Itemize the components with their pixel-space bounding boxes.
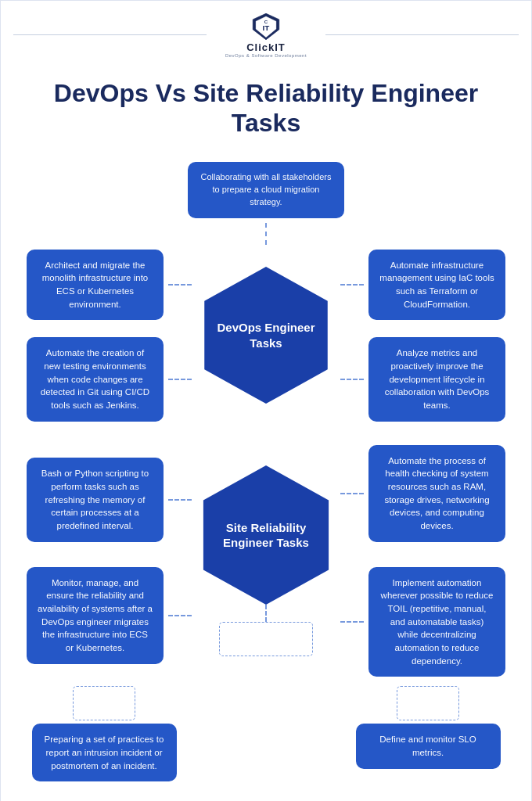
svg-text:C: C [264,19,268,24]
sre-bottom-row: Preparing a set of practices to report a… [16,686,516,786]
sre-left-card-1-row: Bash or Python scripting to perform task… [16,453,192,546]
header: IT C ClickIT DevOps & Software Developme… [1,1,531,64]
devops-left-card-2: Automate the creation of new testing env… [27,337,164,421]
diagram-area: Collaborating with all stakeholders to p… [1,157,531,787]
sre-center-label: Site Reliability Engineer Tasks [212,520,320,551]
sre-right-card-1-row: Automate the process of health checking … [340,440,516,547]
sre-dashed-box [219,622,313,656]
sre-bottom-right-card: Define and monitor SLO metrics. [356,724,501,768]
devops-right-cards: Automate infrastructure management using… [340,245,516,426]
sre-bottom-left-area: Preparing a set of practices to report a… [16,686,192,786]
sre-left-card-2: Monitor, manage, and ensure the reliabil… [27,567,164,664]
sre-hex-row: Bash or Python scripting to perform task… [16,440,516,682]
devops-left-card-1: Architect and migrate the monolith infra… [27,250,164,321]
devops-right-card-2: Analyze metrics and proactively improve … [368,337,505,421]
page-wrapper: IT C ClickIT DevOps & Software Developme… [0,0,532,801]
devops-right-card-1-row: Automate infrastructure management using… [340,245,516,325]
sre-bottom-v-connector [265,605,267,622]
devops-right-connector-2 [340,379,364,380]
devops-right-connector-1 [340,284,364,286]
sre-right-card-2-row: Implement automation wherever possible t… [340,562,516,682]
sre-left-connector-1 [168,499,192,501]
sre-bottom-left-dashed [73,686,135,720]
devops-right-card-1: Automate infrastructure management using… [368,250,505,321]
main-title: DevOps Vs Site Reliability Engineer Task… [1,64,531,157]
devops-top-v-connector [265,223,267,245]
devops-hex-row: Architect and migrate the monolith infra… [16,245,516,426]
sre-right-connector-2 [340,621,364,623]
sre-bottom-left-card: Preparing a set of practices to report a… [32,724,177,781]
sre-section: Bash or Python scripting to perform task… [16,440,516,787]
devops-left-card-2-row: Automate the creation of new testing env… [16,332,192,426]
devops-left-connector-1 [168,284,192,286]
sre-left-cards: Bash or Python scripting to perform task… [16,453,192,668]
sre-right-card-2: Implement automation wherever possible t… [368,567,505,677]
sre-right-connector-1 [340,493,364,494]
logo-name: ClickIT [246,41,286,53]
sre-bottom-right-dashed [397,686,459,720]
sre-right-cards: Automate the process of health checking … [340,440,516,682]
devops-top-card-area: Collaborating with all stakeholders to p… [16,157,516,245]
devops-left-card-1-row: Architect and migrate the monolith infra… [16,245,192,325]
clickit-logo-icon: IT C [251,12,281,41]
sre-hex-col: Site Reliability Engineer Tasks [192,465,340,656]
devops-section: Collaborating with all stakeholders to p… [16,157,516,426]
devops-left-cards: Architect and migrate the monolith infra… [16,245,192,426]
header-line-right [325,34,519,35]
header-line-left [13,34,207,35]
logo-area: IT C ClickIT DevOps & Software Developme… [225,12,307,58]
logo-sub: DevOps & Software Development [225,53,307,58]
devops-hex-col: DevOps Engineer Tasks [192,267,340,404]
sre-left-connector-2 [168,615,192,616]
sre-left-card-1: Bash or Python scripting to perform task… [27,458,164,541]
devops-center-label: DevOps Engineer Tasks [214,320,319,350]
sre-right-card-1: Automate the process of health checking … [368,445,505,542]
devops-right-card-2-row: Analyze metrics and proactively improve … [340,332,516,426]
sre-bottom-right-area: Define and monitor SLO metrics. [340,686,516,773]
sre-left-card-2-row: Monitor, manage, and ensure the reliabil… [16,562,192,669]
svg-text:IT: IT [263,23,270,32]
devops-left-connector-2 [168,379,192,380]
devops-top-card: Collaborating with all stakeholders to p… [188,162,344,218]
sre-center-hex: Site Reliability Engineer Tasks [196,465,336,605]
devops-center-hex: DevOps Engineer Tasks [198,267,335,404]
